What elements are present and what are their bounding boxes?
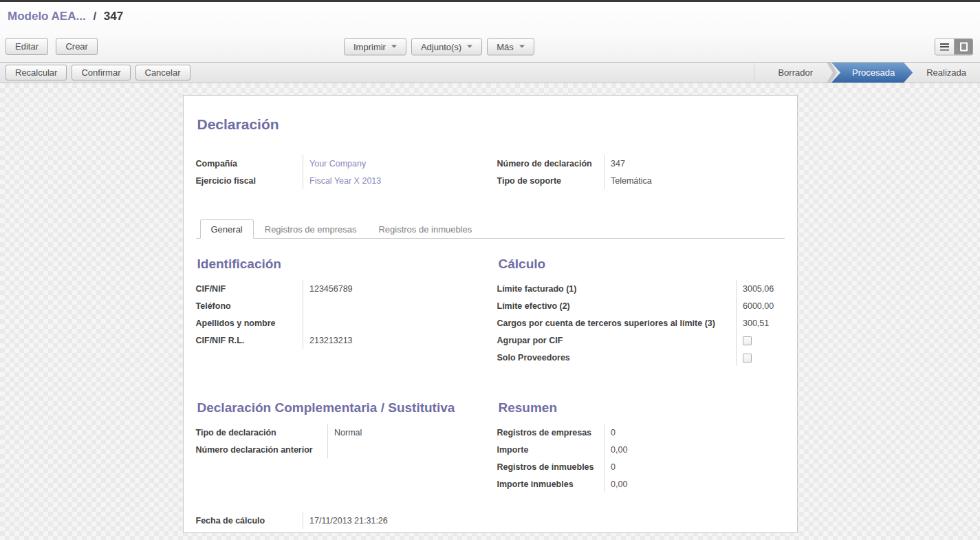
field-row: Apellidos y nombre — [196, 314, 483, 332]
tab-registros-de-empresas[interactable]: Registros de empresas — [254, 219, 368, 239]
company-value-link[interactable]: Your Company — [309, 159, 366, 169]
importe-value: 0,00 — [605, 441, 785, 458]
section-resumen: Resumen Registros de empresas 0 Importe … — [497, 400, 785, 493]
fiscal-year-label: Ejercicio fiscal — [196, 172, 303, 189]
status-step-realizada: Realizada — [913, 63, 980, 83]
declaration-number-value: 347 — [605, 155, 785, 172]
support-type-value: Telemática — [605, 172, 785, 189]
tipo-de-declaracion-value: Normal — [328, 424, 483, 441]
field-row: Registros de empresas 0 — [497, 424, 785, 441]
cif-nif-rl-value: 213213213 — [303, 332, 483, 349]
support-type-label: Tipo de soporte — [497, 172, 605, 189]
form-sheet: Declaración Compañía Your Company Ejerci… — [183, 95, 798, 533]
notebook-tabs: General Registros de empresas Registros … — [196, 219, 785, 239]
breadcrumb: Modelo AEA... / 347 — [8, 10, 123, 23]
field-row: Fecha de cálculo 17/11/2013 21:31:26 — [196, 512, 785, 529]
apellidos-y-nombre-label: Apellidos y nombre — [196, 314, 303, 332]
attachments-button-label: Adjunto(s) — [421, 41, 461, 52]
status-step-procesada-active: Procesada — [831, 63, 913, 83]
toolbar-center-group: Imprimir Adjunto(s) Más — [344, 38, 534, 55]
resumen-title: Resumen — [499, 400, 785, 415]
more-button-label: Más — [497, 41, 514, 52]
field-row: Registros de inmuebles 0 — [497, 458, 785, 475]
create-button[interactable]: Crear — [56, 38, 98, 55]
confirm-button[interactable]: Confirmar — [72, 65, 130, 80]
cargos-terceros-label: Cargos por cuenta de terceros superiores… — [497, 314, 737, 332]
print-dropdown-button[interactable]: Imprimir — [344, 38, 406, 55]
breadcrumb-separator: / — [93, 10, 96, 23]
solo-proveedores-label: Solo Proveedores — [497, 349, 737, 366]
calc-date-row: Fecha de cálculo 17/11/2013 21:31:26 — [196, 512, 785, 529]
numero-declaracion-anterior-label: Número declaración anterior — [196, 441, 328, 458]
identificacion-title: Identificación — [197, 257, 483, 272]
tab-general[interactable]: General — [200, 219, 254, 239]
chevron-down-icon — [467, 45, 472, 48]
company-label: Compañía — [196, 155, 303, 172]
recalculate-button[interactable]: Recalcular — [6, 65, 67, 80]
declaration-number-label: Número de declaración — [497, 155, 605, 172]
more-dropdown-button[interactable]: Más — [487, 38, 534, 55]
field-row: Tipo de soporte Telemática — [497, 172, 785, 189]
limite-facturado-label: Límite facturado (1) — [497, 280, 737, 297]
tipo-de-declaracion-label: Tipo de declaración — [196, 424, 328, 441]
cargos-terceros-value: 300,51 — [737, 314, 785, 332]
attachments-dropdown-button[interactable]: Adjunto(s) — [411, 38, 482, 55]
statusbar: Borrador Procesada Realizada — [754, 63, 980, 83]
registros-de-inmuebles-value: 0 — [605, 458, 785, 475]
view-switcher — [935, 38, 973, 55]
breadcrumb-current: 347 — [104, 10, 123, 23]
toolbar-left-group: Editar Crear — [6, 38, 98, 55]
section-calculo: Cálculo Límite facturado (1) 3005,06 Lím… — [497, 257, 785, 366]
list-icon — [940, 43, 949, 50]
fecha-de-calculo-value: 17/11/2013 21:31:26 — [303, 512, 785, 529]
field-row: Ejercicio fiscal Fiscal Year X 2013 — [196, 172, 483, 189]
form-title: Declaración — [197, 116, 785, 133]
status-step-borrador: Borrador — [764, 63, 827, 83]
header-left-fields: Compañía Your Company Ejercicio fiscal F… — [196, 155, 483, 189]
header-field-grid: Compañía Your Company Ejercicio fiscal F… — [196, 155, 785, 189]
calculo-title: Cálculo — [499, 257, 785, 272]
chevron-down-icon — [519, 45, 525, 48]
importe-label: Importe — [497, 441, 605, 458]
field-row: Límite facturado (1) 3005,06 — [497, 280, 785, 297]
cif-nif-value: 123456789 — [303, 280, 483, 297]
toolbar: Editar Crear Imprimir Adjunto(s) Más — [0, 31, 980, 62]
limite-efectivo-value: 6000,00 — [737, 297, 785, 314]
limite-facturado-value: 3005,06 — [737, 280, 785, 297]
edit-button[interactable]: Editar — [6, 38, 48, 55]
field-row: Teléfono — [196, 297, 483, 314]
list-view-button[interactable] — [935, 39, 954, 54]
field-row: Número declaración anterior — [196, 441, 483, 458]
field-row: Solo Proveedores — [497, 349, 785, 366]
tab-registros-de-inmuebles[interactable]: Registros de inmuebles — [367, 219, 483, 239]
cif-nif-label: CIF/NIF — [196, 280, 303, 297]
form-view-button[interactable] — [954, 39, 972, 54]
cif-nif-rl-label: CIF/NIF R.L. — [196, 332, 303, 349]
tab-general-content: Identificación CIF/NIF 123456789 Teléfon… — [196, 257, 785, 493]
registros-de-inmuebles-label: Registros de inmuebles — [497, 458, 605, 475]
telefono-value — [303, 297, 483, 314]
field-row: Tipo de declaración Normal — [196, 424, 483, 441]
cancel-button[interactable]: Cancelar — [135, 65, 190, 80]
telefono-label: Teléfono — [196, 297, 303, 314]
importe-inmuebles-label: Importe inmuebles — [497, 475, 605, 493]
field-row: Agrupar por CIF — [497, 332, 785, 349]
field-row: CIF/NIF 123456789 — [196, 280, 483, 297]
complementaria-title: Declaración Complementaria / Sustitutiva — [197, 400, 483, 415]
header-right-fields: Número de declaración 347 Tipo de soport… — [497, 155, 785, 189]
solo-proveedores-checkbox[interactable] — [743, 354, 752, 363]
workflow-buttons: Recalcular Confirmar Cancelar — [6, 65, 190, 80]
section-declaracion-complementaria: Declaración Complementaria / Sustitutiva… — [196, 400, 483, 493]
fiscal-year-value-link[interactable]: Fiscal Year X 2013 — [309, 176, 381, 186]
numero-declaracion-anterior-value — [328, 441, 483, 458]
form-view-background: Declaración Compañía Your Company Ejerci… — [0, 83, 980, 540]
field-row: Importe inmuebles 0,00 — [497, 475, 785, 493]
chevron-down-icon — [391, 45, 397, 48]
apellidos-y-nombre-value — [303, 314, 483, 332]
registros-de-empresas-label: Registros de empresas — [497, 424, 605, 441]
breadcrumb-parent-link[interactable]: Modelo AEA... — [8, 10, 86, 23]
action-status-bar: Recalcular Confirmar Cancelar Borrador P… — [0, 62, 980, 83]
agrupar-por-cif-checkbox[interactable] — [743, 336, 752, 345]
breadcrumb-bar: Modelo AEA... / 347 — [0, 2, 980, 31]
limite-efectivo-label: Límite efectivo (2) — [497, 297, 737, 314]
